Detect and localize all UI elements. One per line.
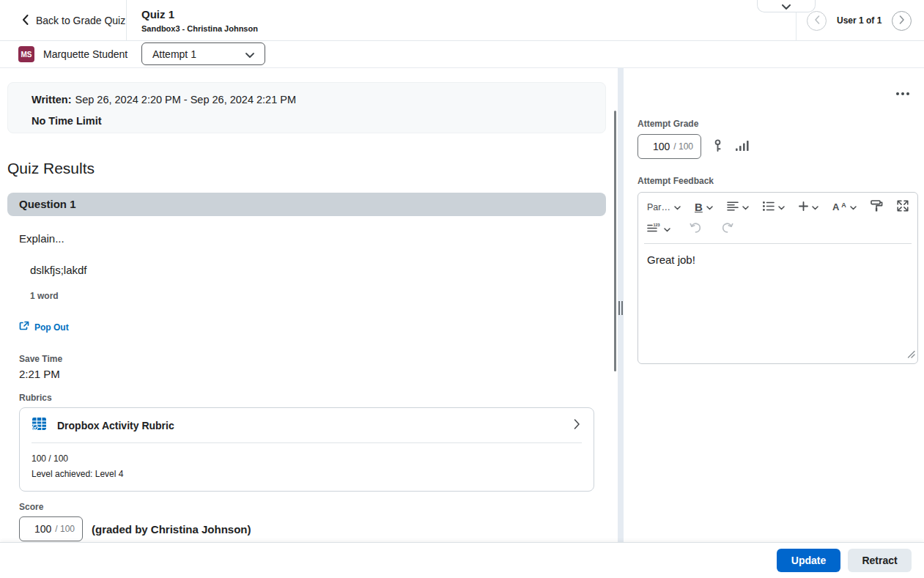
redo-icon [721, 222, 733, 236]
rubric-expand-row[interactable]: Dropbox Activity Rubric [20, 408, 594, 442]
attempt-grade-input[interactable] [645, 141, 670, 152]
chevron-right-icon [899, 14, 905, 27]
rubric-name: Dropbox Activity Rubric [57, 420, 563, 431]
quiz-results-pane: Written:Sep 26, 2024 2:20 PM - Sep 26, 2… [0, 68, 610, 542]
font-family-button[interactable]: A A [831, 200, 858, 214]
save-time-label: Save Time [19, 354, 610, 364]
attempt-grade-out-of: / 100 [673, 141, 693, 152]
statistics-button[interactable] [734, 138, 750, 155]
bar-chart-icon [736, 140, 749, 153]
bullet-list-icon [763, 201, 775, 213]
user-nav-label: User 1 of 1 [837, 15, 882, 26]
answer-text: dslkfjs;lakdf [30, 264, 610, 276]
back-to-grade-quiz-link[interactable]: Back to Grade Quiz [22, 0, 125, 41]
pop-out-link[interactable]: Pop Out [19, 321, 69, 333]
attempt-feedback-label: Attempt Feedback [637, 176, 714, 186]
overflow-menu-button[interactable] [893, 89, 912, 98]
format-painter-button[interactable] [869, 199, 884, 215]
user-navigation: User 1 of 1 [807, 0, 912, 41]
attempt-bar: MS Marquette Student Attempt 1 [0, 41, 924, 68]
key-icon [712, 139, 723, 154]
chevron-down-icon [664, 223, 670, 234]
bold-icon: B [695, 201, 703, 213]
fullscreen-button[interactable] [895, 199, 910, 215]
paragraph-format-button[interactable]: Par… [646, 200, 682, 214]
next-user-button[interactable] [892, 11, 912, 31]
editor-resize-handle[interactable] [907, 348, 915, 361]
previous-user-button[interactable] [807, 11, 827, 31]
graded-by-text: (graded by Christina Johnson) [92, 523, 251, 536]
written-line: Written:Sep 26, 2024 2:20 PM - Sep 26, 2… [32, 94, 582, 105]
question-header: Question 1 [7, 193, 606, 216]
chevron-left-icon [814, 14, 820, 27]
page-title: Quiz 1 [141, 8, 258, 21]
pane-splitter[interactable] [618, 68, 624, 542]
line-numbering-button[interactable]: 123 [646, 221, 672, 237]
svg-text:123: 123 [654, 223, 660, 227]
font-icon-small: A [841, 201, 846, 209]
retract-button[interactable]: Retract [848, 549, 912, 572]
chevron-down-icon [782, 0, 791, 12]
pop-out-label: Pop Out [34, 322, 69, 333]
bold-button[interactable]: B [693, 199, 714, 215]
ellipsis-icon [896, 92, 899, 95]
update-button[interactable]: Update [777, 549, 840, 572]
rubric-level: Level achieved: Level 4 [32, 469, 582, 479]
avatar: MS [18, 46, 34, 62]
pop-out-icon [19, 321, 29, 333]
font-icon: A [832, 201, 839, 212]
score-label: Score [19, 502, 610, 512]
undo-icon [690, 222, 702, 236]
feedback-editor: Par… B [637, 192, 918, 364]
plus-icon [799, 201, 808, 213]
insert-button[interactable] [797, 200, 820, 215]
attempt-select-value: Attempt 1 [152, 48, 196, 60]
rubric-score: 100 / 100 [32, 453, 582, 464]
save-time-value: 2:21 PM [19, 368, 610, 380]
attempt-info-box: Written:Sep 26, 2024 2:20 PM - Sep 26, 2… [7, 82, 606, 133]
header-divider [126, 0, 127, 41]
top-header: Back to Grade Quiz Quiz 1 Sandbox3 - Chr… [0, 0, 924, 41]
line-numbers-icon: 123 [647, 223, 660, 236]
question-text: Explain... [19, 232, 610, 245]
grading-panel: Attempt Grade / 100 Attempt Feedback [624, 68, 924, 542]
chevron-down-icon [850, 201, 857, 212]
alignment-button[interactable] [725, 200, 750, 215]
attempt-select[interactable]: Attempt 1 [141, 42, 265, 65]
grade-scheme-button[interactable] [711, 138, 725, 155]
score-input-box: / 100 [19, 516, 83, 541]
page-subtitle: Sandbox3 - Christina Johnson [141, 24, 258, 33]
chevron-left-icon [22, 15, 29, 27]
rubric-summary: 100 / 100 Level achieved: Level 4 [20, 443, 594, 491]
chevron-down-icon [778, 201, 785, 212]
editor-toolbar-row-2: 123 [638, 215, 917, 242]
action-footer: Update Retract [0, 542, 924, 578]
fullscreen-icon [897, 200, 909, 214]
feedback-text-area[interactable]: Great job! [638, 244, 917, 347]
chevron-down-icon [674, 201, 681, 212]
time-limit: No Time Limit [32, 115, 582, 127]
vertical-scrollbar-thumb[interactable] [614, 111, 616, 371]
word-count: 1 word [30, 291, 610, 301]
align-left-icon [727, 201, 739, 213]
rubric-card: Dropbox Activity Rubric 100 / 100 Level … [19, 407, 594, 492]
header-collapse-button[interactable] [757, 0, 816, 12]
chevron-down-icon [742, 201, 749, 212]
chevron-down-icon [245, 48, 254, 60]
attempt-grade-row: / 100 [637, 134, 750, 159]
paint-roller-icon [871, 200, 883, 214]
undo-button[interactable] [688, 221, 703, 237]
chevron-down-icon [812, 201, 818, 212]
header-divider-2 [796, 12, 797, 41]
attempt-grade-label: Attempt Grade [637, 119, 698, 129]
attempt-grade-input-box: / 100 [637, 134, 701, 159]
quiz-results-heading: Quiz Results [7, 160, 610, 177]
redo-button[interactable] [720, 221, 735, 237]
title-block: Quiz 1 Sandbox3 - Christina Johnson [141, 8, 258, 33]
list-button[interactable] [761, 200, 786, 215]
written-label: Written: [32, 94, 72, 105]
score-input[interactable] [26, 523, 51, 535]
written-value: Sep 26, 2024 2:20 PM - Sep 26, 2024 2:21… [75, 94, 296, 105]
chevron-right-icon [574, 419, 580, 432]
rubric-icon [32, 416, 47, 434]
